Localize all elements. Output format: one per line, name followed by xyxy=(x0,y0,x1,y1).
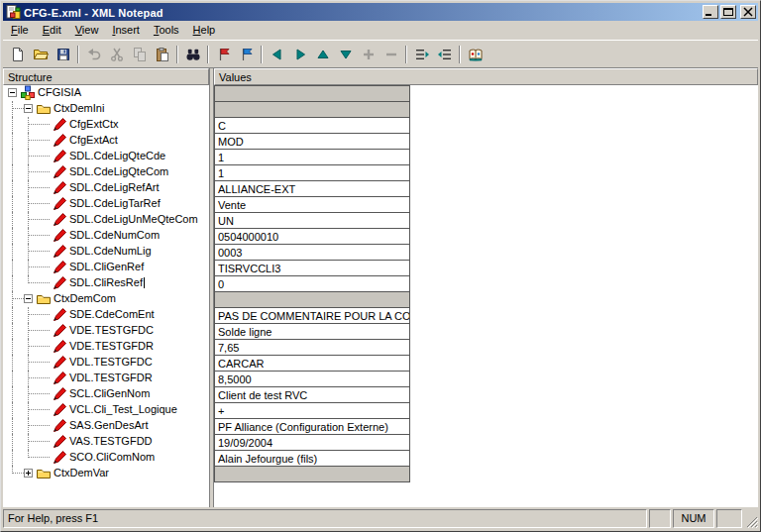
add-button[interactable] xyxy=(357,44,380,65)
tree-item-SDE.CdeComEnt[interactable]: SDE.CdeComEnt xyxy=(3,307,209,323)
value-cell[interactable]: 0 xyxy=(214,275,410,292)
open-button[interactable] xyxy=(29,44,52,65)
value-cell[interactable]: PAS DE COMMENTAIRE POUR LA CO... xyxy=(214,307,410,324)
collapse-minus-icon[interactable] xyxy=(8,88,17,97)
value-cell[interactable]: MOD xyxy=(214,133,410,150)
tree-item-SAS.GenDesArt[interactable]: SAS.GenDesArt xyxy=(3,418,209,434)
value-cell[interactable]: + xyxy=(214,402,410,419)
save-button[interactable] xyxy=(52,44,74,65)
insert-child-button[interactable] xyxy=(212,44,235,65)
tree-item-VDE.TESTGFDR[interactable]: VDE.TESTGFDR xyxy=(3,339,209,355)
minimize-button[interactable] xyxy=(703,5,718,19)
paste-button[interactable] xyxy=(151,44,173,65)
value-cell[interactable]: 1 xyxy=(214,164,410,181)
copy-button[interactable] xyxy=(128,44,151,65)
tree-item-SDL.CdeNumLig[interactable]: SDL.CdeNumLig xyxy=(3,244,209,260)
tree-guide-line xyxy=(28,244,29,260)
tree-item-SDL.CdeNumCom[interactable]: SDL.CdeNumCom xyxy=(3,228,209,244)
app-icon[interactable] xyxy=(5,4,21,20)
tree-item-VAS.TESTGFDD[interactable]: VAS.TESTGFDD xyxy=(3,434,209,450)
element-section-row[interactable] xyxy=(214,85,410,102)
value-cell[interactable]: PF Alliance (Configuration Externe) xyxy=(214,418,410,435)
new-button[interactable] xyxy=(6,44,29,65)
value-cell[interactable]: CARCAR xyxy=(214,355,410,372)
tree-item-SDL.CdeLigUnMeQteCom[interactable]: SDL.CdeLigUnMeQteCom xyxy=(3,212,209,228)
tree-item-SDL.CdeLigTarRef[interactable]: SDL.CdeLigTarRef xyxy=(3,196,209,212)
move-right-button[interactable] xyxy=(288,44,311,65)
value-cell[interactable]: 0003 xyxy=(214,244,410,261)
resize-grip[interactable] xyxy=(744,509,758,528)
tree-item-CfgExtAct[interactable]: CfgExtAct xyxy=(3,133,209,149)
menu-edit[interactable]: Edit xyxy=(36,21,68,40)
tree-guide-line xyxy=(28,219,50,220)
tree-guide-line xyxy=(12,244,13,260)
tree-item-CtxDemCom[interactable]: CtxDemCom xyxy=(3,291,209,307)
tree-item-SDL.CliGenRef[interactable]: SDL.CliGenRef xyxy=(3,260,209,275)
value-cell[interactable]: C xyxy=(214,117,410,134)
value-cell[interactable]: ALLIANCE-EXT xyxy=(214,180,410,197)
tree-item-SDL.CdeLigRefArt[interactable]: SDL.CdeLigRefArt xyxy=(3,180,209,196)
tree-item-label: SDE.CdeComEnt xyxy=(67,308,157,321)
tree-guide-line xyxy=(12,371,13,386)
value-cell[interactable]: TISRVCCLI3 xyxy=(214,260,410,276)
value-cell[interactable]: Client de test RVC xyxy=(214,386,410,403)
element-section-row[interactable] xyxy=(214,291,410,308)
collapse-minus-icon[interactable] xyxy=(24,294,33,303)
find-button[interactable] xyxy=(181,44,204,65)
tree-item-CfgExtCtx[interactable]: CfgExtCtx xyxy=(3,117,209,133)
tree-item-label: VAS.TESTGFDD xyxy=(67,435,155,448)
arrow-down-icon xyxy=(338,47,354,62)
maximize-button[interactable] xyxy=(720,5,736,19)
close-button[interactable] xyxy=(740,5,756,19)
tree-item-VDL.TESTGFDC[interactable]: VDL.TESTGFDC xyxy=(3,355,209,371)
tree-item-SCO.CliComNom[interactable]: SCO.CliComNom xyxy=(3,450,209,466)
tree-guide-line xyxy=(28,187,50,188)
tree-item-SDL.CdeLigQteCde[interactable]: SDL.CdeLigQteCde xyxy=(3,149,209,164)
cut-button[interactable] xyxy=(105,44,128,65)
menu-file[interactable]: File xyxy=(4,21,36,40)
value-cell[interactable]: UN xyxy=(214,212,410,229)
value-cell[interactable]: 1 xyxy=(214,149,410,165)
value-cell[interactable]: 19/09/2004 xyxy=(214,434,410,451)
move-down-button[interactable] xyxy=(334,44,357,65)
main-area: Structure CFGISIACtxDemIniCfgExtCtxCfgEx… xyxy=(3,67,758,507)
help-button[interactable] xyxy=(464,44,487,65)
move-up-button[interactable] xyxy=(311,44,334,65)
tree-item-CtxDemIni[interactable]: CtxDemIni xyxy=(3,101,209,117)
collapse-minus-icon[interactable] xyxy=(24,104,33,113)
move-left-button[interactable] xyxy=(266,44,288,65)
value-cell[interactable]: 0504000010 xyxy=(214,228,410,245)
menu-help[interactable]: Help xyxy=(186,21,223,40)
tree-item-CtxDemVar[interactable]: CtxDemVar xyxy=(3,466,209,481)
tree-item-label: SDL.CliResRef xyxy=(67,276,147,289)
tree-item-VDL.TESTGFDR[interactable]: VDL.TESTGFDR xyxy=(3,371,209,386)
delete-button[interactable] xyxy=(380,44,402,65)
insert-sibling-button[interactable] xyxy=(235,44,258,65)
tree-guide-line xyxy=(12,117,13,133)
tree-guide-line xyxy=(28,235,50,236)
undo-button[interactable] xyxy=(82,44,105,65)
tree-item-SDL.CliResRef[interactable]: SDL.CliResRef xyxy=(3,275,209,291)
tree-guide-line xyxy=(28,117,29,133)
element-section-row[interactable] xyxy=(214,466,410,482)
value-cell[interactable]: Solde ligne xyxy=(214,323,410,340)
value-cell[interactable]: Vente xyxy=(214,196,410,213)
tree-item-CFGISIA[interactable]: CFGISIA xyxy=(3,85,209,101)
collapse-all-button[interactable] xyxy=(433,44,456,65)
pen-icon xyxy=(52,371,67,386)
menu-view[interactable]: View xyxy=(68,21,106,40)
menu-tools[interactable]: Tools xyxy=(147,21,186,40)
menu-insert[interactable]: Insert xyxy=(105,21,147,40)
tree-item-SCL.CliGenNom[interactable]: SCL.CliGenNom xyxy=(3,386,209,402)
tree-item-VDE.TESTGFDC[interactable]: VDE.TESTGFDC xyxy=(3,323,209,339)
tree-item-SDL.CdeLigQteCom[interactable]: SDL.CdeLigQteCom xyxy=(3,164,209,180)
element-section-row[interactable] xyxy=(214,101,410,118)
value-cell[interactable]: Alain Jefourgue (fils) xyxy=(214,450,410,467)
folder-icon xyxy=(36,466,52,481)
expand-all-button[interactable] xyxy=(410,44,433,65)
value-cell[interactable]: 8,5000 xyxy=(214,371,410,387)
tree-item-VCL.Cli_Test_Logique[interactable]: VCL.Cli_Test_Logique xyxy=(3,402,209,418)
expand-plus-icon[interactable] xyxy=(24,469,33,478)
pen-icon xyxy=(52,149,67,164)
value-cell[interactable]: 7,65 xyxy=(214,339,410,356)
